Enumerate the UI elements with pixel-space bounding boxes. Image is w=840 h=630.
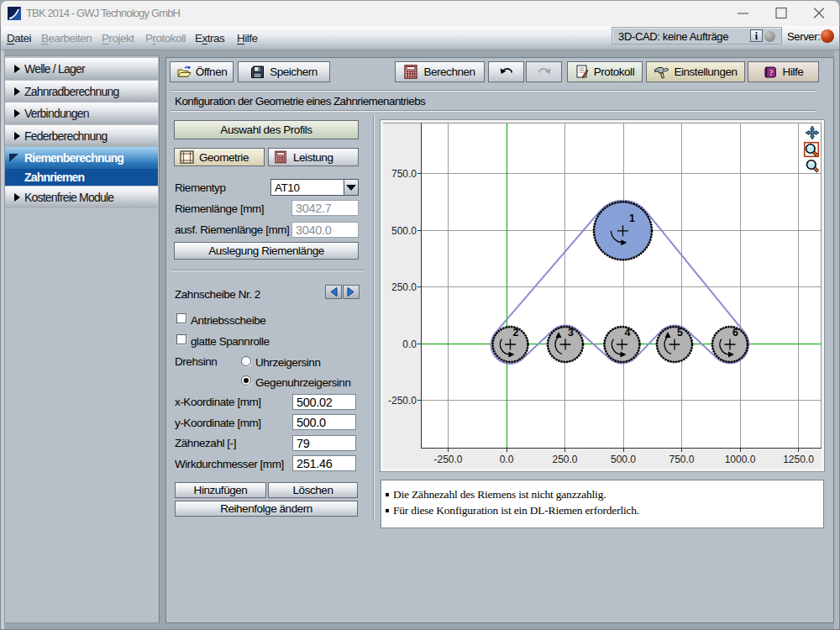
- svg-text:2: 2: [513, 327, 519, 339]
- svg-text:1000.0: 1000.0: [725, 454, 756, 465]
- svg-text:1250.0: 1250.0: [783, 454, 814, 465]
- svg-text:250.0: 250.0: [391, 281, 417, 293]
- svg-text:4: 4: [625, 327, 631, 339]
- svg-text:-250.0: -250.0: [388, 395, 417, 407]
- svg-text:250.0: 250.0: [552, 454, 577, 465]
- svg-text:1: 1: [629, 213, 635, 224]
- svg-text:?: ?: [769, 68, 773, 76]
- svg-text:0.0: 0.0: [500, 454, 514, 465]
- svg-text:5: 5: [677, 327, 683, 339]
- svg-text:750.0: 750.0: [669, 454, 694, 465]
- svg-text:500.0: 500.0: [391, 225, 417, 237]
- svg-text:0.0: 0.0: [402, 339, 417, 350]
- svg-text:-250.0: -250.0: [433, 454, 462, 465]
- svg-text:6: 6: [732, 327, 738, 339]
- svg-text:500.0: 500.0: [611, 454, 636, 465]
- svg-text:750.0: 750.0: [391, 168, 417, 180]
- svg-text:3: 3: [568, 327, 574, 339]
